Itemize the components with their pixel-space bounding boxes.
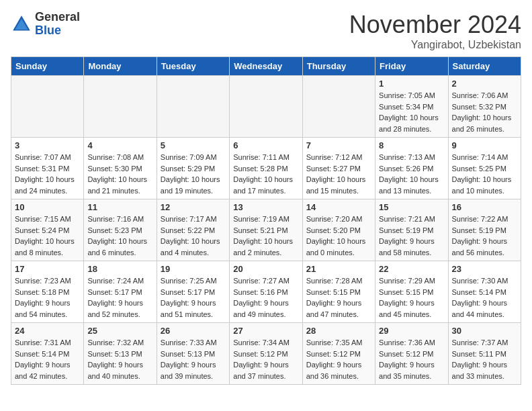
calendar-cell: 27Sunrise: 7:34 AMSunset: 5:12 PMDayligh… — [230, 323, 302, 385]
weekday-header-row: SundayMondayTuesdayWednesdayThursdayFrid… — [11, 57, 521, 76]
day-info: Sunrise: 7:21 AMSunset: 5:19 PMDaylight:… — [379, 214, 444, 258]
calendar-cell: 13Sunrise: 7:19 AMSunset: 5:21 PMDayligh… — [230, 199, 302, 261]
page-header: General Blue November 2024 Yangirabot, U… — [11, 11, 521, 51]
day-info: Sunrise: 7:06 AMSunset: 5:32 PMDaylight:… — [452, 90, 517, 134]
calendar-cell: 28Sunrise: 7:35 AMSunset: 5:12 PMDayligh… — [302, 323, 375, 385]
day-number: 30 — [452, 326, 517, 336]
calendar-cell: 23Sunrise: 7:30 AMSunset: 5:14 PMDayligh… — [448, 261, 521, 323]
weekday-header: Wednesday — [230, 57, 302, 76]
calendar-cell: 18Sunrise: 7:24 AMSunset: 5:17 PMDayligh… — [84, 261, 157, 323]
day-info: Sunrise: 7:19 AMSunset: 5:21 PMDaylight:… — [233, 214, 298, 258]
calendar-cell — [230, 76, 302, 138]
day-info: Sunrise: 7:12 AMSunset: 5:27 PMDaylight:… — [306, 152, 371, 196]
weekday-header: Friday — [375, 57, 448, 76]
calendar-cell: 29Sunrise: 7:36 AMSunset: 5:12 PMDayligh… — [375, 323, 448, 385]
day-info: Sunrise: 7:20 AMSunset: 5:20 PMDaylight:… — [306, 214, 371, 258]
day-number: 15 — [379, 202, 444, 212]
day-number: 3 — [15, 140, 80, 150]
day-number: 10 — [15, 202, 80, 212]
day-info: Sunrise: 7:17 AMSunset: 5:22 PMDaylight:… — [161, 214, 226, 258]
day-number: 28 — [306, 326, 371, 336]
calendar-cell: 30Sunrise: 7:37 AMSunset: 5:11 PMDayligh… — [448, 323, 521, 385]
calendar-cell — [157, 76, 229, 138]
calendar-cell: 10Sunrise: 7:15 AMSunset: 5:24 PMDayligh… — [11, 199, 84, 261]
calendar-cell — [84, 76, 157, 138]
day-number: 25 — [87, 326, 152, 336]
day-number: 14 — [306, 202, 371, 212]
logo: General Blue — [11, 11, 80, 38]
day-info: Sunrise: 7:28 AMSunset: 5:15 PMDaylight:… — [306, 275, 371, 320]
calendar-cell: 22Sunrise: 7:29 AMSunset: 5:15 PMDayligh… — [375, 261, 448, 323]
day-info: Sunrise: 7:07 AMSunset: 5:31 PMDaylight:… — [15, 152, 80, 196]
calendar-cell: 3Sunrise: 7:07 AMSunset: 5:31 PMDaylight… — [11, 138, 84, 199]
calendar-cell: 12Sunrise: 7:17 AMSunset: 5:22 PMDayligh… — [157, 199, 229, 261]
day-number: 18 — [87, 264, 152, 274]
day-number: 17 — [15, 264, 80, 274]
calendar-cell: 14Sunrise: 7:20 AMSunset: 5:20 PMDayligh… — [302, 199, 375, 261]
calendar-week-row: 17Sunrise: 7:23 AMSunset: 5:18 PMDayligh… — [11, 261, 521, 323]
weekday-header: Monday — [84, 57, 157, 76]
logo-general: General — [35, 11, 80, 24]
calendar-cell: 15Sunrise: 7:21 AMSunset: 5:19 PMDayligh… — [375, 199, 448, 261]
calendar-week-row: 24Sunrise: 7:31 AMSunset: 5:14 PMDayligh… — [11, 323, 521, 385]
day-number: 29 — [379, 326, 444, 336]
day-info: Sunrise: 7:16 AMSunset: 5:23 PMDaylight:… — [87, 214, 152, 258]
month-title: November 2024 — [349, 11, 521, 39]
calendar-cell: 6Sunrise: 7:11 AMSunset: 5:28 PMDaylight… — [230, 138, 302, 199]
calendar-table: SundayMondayTuesdayWednesdayThursdayFrid… — [11, 56, 521, 385]
day-info: Sunrise: 7:25 AMSunset: 5:17 PMDaylight:… — [161, 275, 226, 320]
calendar-cell: 16Sunrise: 7:22 AMSunset: 5:19 PMDayligh… — [448, 199, 521, 261]
day-number: 7 — [306, 140, 371, 150]
calendar-cell: 7Sunrise: 7:12 AMSunset: 5:27 PMDaylight… — [302, 138, 375, 199]
day-info: Sunrise: 7:33 AMSunset: 5:13 PMDaylight:… — [161, 337, 226, 381]
calendar-cell: 11Sunrise: 7:16 AMSunset: 5:23 PMDayligh… — [84, 199, 157, 261]
weekday-header: Sunday — [11, 57, 84, 76]
day-number: 11 — [87, 202, 152, 212]
day-info: Sunrise: 7:30 AMSunset: 5:14 PMDaylight:… — [452, 275, 517, 320]
day-number: 20 — [233, 264, 298, 274]
day-info: Sunrise: 7:37 AMSunset: 5:11 PMDaylight:… — [452, 337, 517, 381]
day-number: 4 — [87, 140, 152, 150]
title-block: November 2024 Yangirabot, Uzbekistan — [349, 11, 521, 51]
day-info: Sunrise: 7:31 AMSunset: 5:14 PMDaylight:… — [15, 337, 80, 381]
calendar-cell: 21Sunrise: 7:28 AMSunset: 5:15 PMDayligh… — [302, 261, 375, 323]
day-number: 2 — [452, 79, 517, 89]
day-info: Sunrise: 7:32 AMSunset: 5:13 PMDaylight:… — [87, 337, 152, 381]
day-number: 21 — [306, 264, 371, 274]
day-number: 24 — [15, 326, 80, 336]
weekday-header: Tuesday — [157, 57, 229, 76]
day-info: Sunrise: 7:22 AMSunset: 5:19 PMDaylight:… — [452, 214, 517, 258]
calendar-cell: 19Sunrise: 7:25 AMSunset: 5:17 PMDayligh… — [157, 261, 229, 323]
calendar-cell: 4Sunrise: 7:08 AMSunset: 5:30 PMDaylight… — [84, 138, 157, 199]
calendar-week-row: 1Sunrise: 7:05 AMSunset: 5:34 PMDaylight… — [11, 76, 521, 138]
day-info: Sunrise: 7:27 AMSunset: 5:16 PMDaylight:… — [233, 275, 298, 320]
calendar-cell: 2Sunrise: 7:06 AMSunset: 5:32 PMDaylight… — [448, 76, 521, 138]
day-info: Sunrise: 7:15 AMSunset: 5:24 PMDaylight:… — [15, 214, 80, 258]
day-info: Sunrise: 7:35 AMSunset: 5:12 PMDaylight:… — [306, 337, 371, 381]
calendar-cell: 8Sunrise: 7:13 AMSunset: 5:26 PMDaylight… — [375, 138, 448, 199]
calendar-cell — [302, 76, 375, 138]
day-number: 22 — [379, 264, 444, 274]
day-number: 1 — [379, 79, 444, 89]
day-number: 16 — [452, 202, 517, 212]
calendar-cell: 17Sunrise: 7:23 AMSunset: 5:18 PMDayligh… — [11, 261, 84, 323]
day-info: Sunrise: 7:09 AMSunset: 5:29 PMDaylight:… — [161, 152, 226, 196]
day-info: Sunrise: 7:36 AMSunset: 5:12 PMDaylight:… — [379, 337, 444, 381]
day-info: Sunrise: 7:05 AMSunset: 5:34 PMDaylight:… — [379, 90, 444, 134]
calendar-cell: 20Sunrise: 7:27 AMSunset: 5:16 PMDayligh… — [230, 261, 302, 323]
day-info: Sunrise: 7:08 AMSunset: 5:30 PMDaylight:… — [87, 152, 152, 196]
calendar-week-row: 10Sunrise: 7:15 AMSunset: 5:24 PMDayligh… — [11, 199, 521, 261]
day-number: 5 — [161, 140, 226, 150]
day-number: 27 — [233, 326, 298, 336]
weekday-header: Thursday — [302, 57, 375, 76]
day-number: 23 — [452, 264, 517, 274]
calendar-cell: 25Sunrise: 7:32 AMSunset: 5:13 PMDayligh… — [84, 323, 157, 385]
day-info: Sunrise: 7:34 AMSunset: 5:12 PMDaylight:… — [233, 337, 298, 381]
day-info: Sunrise: 7:29 AMSunset: 5:15 PMDaylight:… — [379, 275, 444, 320]
day-number: 26 — [161, 326, 226, 336]
calendar-cell: 26Sunrise: 7:33 AMSunset: 5:13 PMDayligh… — [157, 323, 229, 385]
day-number: 19 — [161, 264, 226, 274]
day-info: Sunrise: 7:24 AMSunset: 5:17 PMDaylight:… — [87, 275, 152, 320]
calendar-cell: 1Sunrise: 7:05 AMSunset: 5:34 PMDaylight… — [375, 76, 448, 138]
day-info: Sunrise: 7:23 AMSunset: 5:18 PMDaylight:… — [15, 275, 80, 320]
